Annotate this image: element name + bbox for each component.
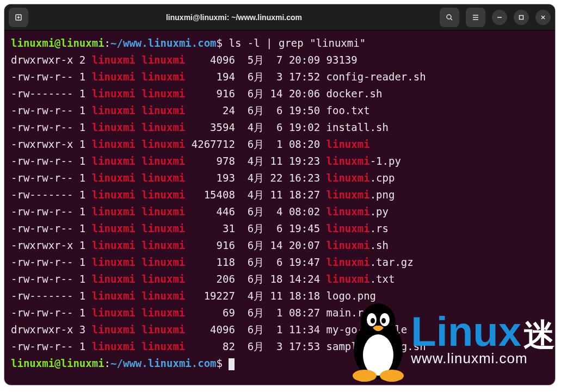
file-size: 446 xyxy=(185,206,235,217)
file-owner: linuxmi linuxmi xyxy=(92,239,186,251)
file-perms: -rw-rw-r-- 1 xyxy=(11,104,92,116)
svg-rect-9 xyxy=(520,15,523,19)
file-perms: drwxrwxr-x 2 xyxy=(11,54,92,66)
prompt-user: linuxmi xyxy=(11,37,54,49)
file-name-suffix: .rs xyxy=(370,222,389,234)
file-date: 6月 14 20:07 xyxy=(235,239,326,251)
list-row: -rw-rw-r-- 1 linuxmi linuxmi 31 6月 6 19:… xyxy=(11,220,548,237)
watermark-url: www.linuxmi.com xyxy=(411,350,555,367)
file-name: 93139 xyxy=(326,54,358,66)
file-name: foo.txt xyxy=(326,104,370,116)
file-owner: linuxmi linuxmi xyxy=(92,71,186,83)
file-owner: linuxmi linuxmi xyxy=(92,340,186,352)
watermark: Linux迷 www.linuxmi.com xyxy=(340,295,555,382)
file-date: 6月 14 20:06 xyxy=(235,88,326,99)
svg-line-4 xyxy=(451,18,452,20)
file-size: 4096 xyxy=(185,323,235,335)
grep-match: linuxmi xyxy=(326,155,370,167)
file-owner: linuxmi linuxmi xyxy=(92,189,186,201)
file-size: 916 xyxy=(185,239,235,251)
list-row: -rw-rw-r-- 1 linuxmi linuxmi 194 6月 3 17… xyxy=(11,69,548,85)
file-date: 6月 1 11:34 xyxy=(235,323,326,335)
grep-match: linuxmi xyxy=(326,172,370,184)
file-perms: -rw------- 1 xyxy=(11,290,92,302)
file-size: 69 xyxy=(185,307,235,319)
svg-point-19 xyxy=(353,370,377,382)
menu-button[interactable] xyxy=(466,8,485,27)
file-size: 194 xyxy=(185,71,235,83)
prompt-at: @ xyxy=(54,37,60,49)
tux-icon xyxy=(340,295,416,382)
list-row: -rw-rw-r-- 1 linuxmi linuxmi 206 6月 18 1… xyxy=(11,271,548,288)
file-perms: -rw-rw-r-- 1 xyxy=(11,121,92,133)
list-row: -rwxrwxr-x 1 linuxmi linuxmi 4267712 6月 … xyxy=(11,136,548,153)
file-date: 6月 6 19:47 xyxy=(235,256,326,268)
file-owner: linuxmi linuxmi xyxy=(92,290,186,302)
close-button[interactable] xyxy=(535,10,551,25)
file-date: 6月 4 08:02 xyxy=(235,206,326,217)
file-date: 6月 1 08:27 xyxy=(235,307,326,319)
file-name: config-reader.sh xyxy=(326,71,426,83)
maximize-button[interactable] xyxy=(514,10,529,25)
file-size: 24 xyxy=(185,104,235,116)
file-perms: -rwxrwxr-x 1 xyxy=(11,138,92,150)
file-owner: linuxmi linuxmi xyxy=(92,256,186,268)
titlebar: linuxmi@linuxmi: ~/www.linuxmi.com xyxy=(4,4,555,30)
file-name-suffix: .sh xyxy=(370,239,389,251)
file-size: 4267712 xyxy=(185,138,235,150)
file-perms: -rw-rw-r-- 1 xyxy=(11,222,92,234)
file-date: 4月 6 19:02 xyxy=(235,121,326,133)
file-size: 916 xyxy=(185,88,235,99)
list-row: -rw-rw-r-- 1 linuxmi linuxmi 978 4月 11 1… xyxy=(11,153,548,170)
file-owner: linuxmi linuxmi xyxy=(92,206,186,217)
prompt-path: ~/www.linuxmi.com xyxy=(110,37,216,49)
file-date: 6月 3 17:53 xyxy=(235,340,326,352)
file-size: 19227 xyxy=(185,290,235,302)
file-owner: linuxmi linuxmi xyxy=(92,155,186,167)
file-owner: linuxmi linuxmi xyxy=(92,104,186,116)
file-date: 6月 6 19:50 xyxy=(235,104,326,116)
file-size: 15408 xyxy=(185,189,235,201)
prompt-host: linuxmi xyxy=(61,37,104,49)
list-row: -rwxrwxr-x 1 linuxmi linuxmi 916 6月 14 2… xyxy=(11,237,548,254)
file-name-suffix: -1.py xyxy=(370,155,401,167)
grep-match: linuxmi xyxy=(326,256,370,268)
file-perms: -rw-rw-r-- 1 xyxy=(11,307,92,319)
file-perms: -rw-rw-r-- 1 xyxy=(11,340,92,352)
minimize-button[interactable] xyxy=(492,10,507,25)
file-date: 5月 7 20:09 xyxy=(235,54,326,66)
svg-point-18 xyxy=(381,318,386,323)
file-owner: linuxmi linuxmi xyxy=(92,273,186,285)
watermark-title: Linux迷 xyxy=(411,311,555,352)
search-button[interactable] xyxy=(440,8,459,27)
prompt-colon: : xyxy=(104,37,110,49)
file-size: 3594 xyxy=(185,121,235,133)
file-date: 4月 22 16:23 xyxy=(235,172,326,184)
cursor xyxy=(229,358,235,370)
file-name-suffix: .cpp xyxy=(370,172,395,184)
prompt-line: linuxmi@linuxmi:~/www.linuxmi.com$ ls -l… xyxy=(11,35,548,52)
file-date: 6月 1 08:20 xyxy=(235,138,326,150)
list-row: -rw-rw-r-- 1 linuxmi linuxmi 118 6月 6 19… xyxy=(11,254,548,271)
file-date: 6月 18 14:24 xyxy=(235,273,326,285)
file-size: 118 xyxy=(185,256,235,268)
file-size: 31 xyxy=(185,222,235,234)
file-date: 4月 11 18:27 xyxy=(235,189,326,201)
grep-match: linuxmi xyxy=(326,222,370,234)
list-row: -rw------- 1 linuxmi linuxmi 15408 4月 11… xyxy=(11,186,548,203)
file-name-suffix: .tar.gz xyxy=(370,256,414,268)
list-row: -rw-rw-r-- 1 linuxmi linuxmi 3594 4月 6 1… xyxy=(11,119,548,136)
file-size: 4096 xyxy=(185,54,235,66)
grep-match: linuxmi xyxy=(326,206,370,217)
file-owner: linuxmi linuxmi xyxy=(92,138,186,150)
window-title: linuxmi@linuxmi: ~/www.linuxmi.com xyxy=(28,13,440,22)
svg-point-20 xyxy=(380,370,404,382)
file-size: 206 xyxy=(185,273,235,285)
file-name-suffix: .txt xyxy=(370,273,395,285)
svg-point-17 xyxy=(371,318,375,323)
list-row: -rw-rw-r-- 1 linuxmi linuxmi 446 6月 4 08… xyxy=(11,203,548,220)
file-owner: linuxmi linuxmi xyxy=(92,222,186,234)
new-tab-button[interactable] xyxy=(9,8,28,27)
file-perms: -rw-rw-r-- 1 xyxy=(11,256,92,268)
svg-point-3 xyxy=(447,15,451,19)
